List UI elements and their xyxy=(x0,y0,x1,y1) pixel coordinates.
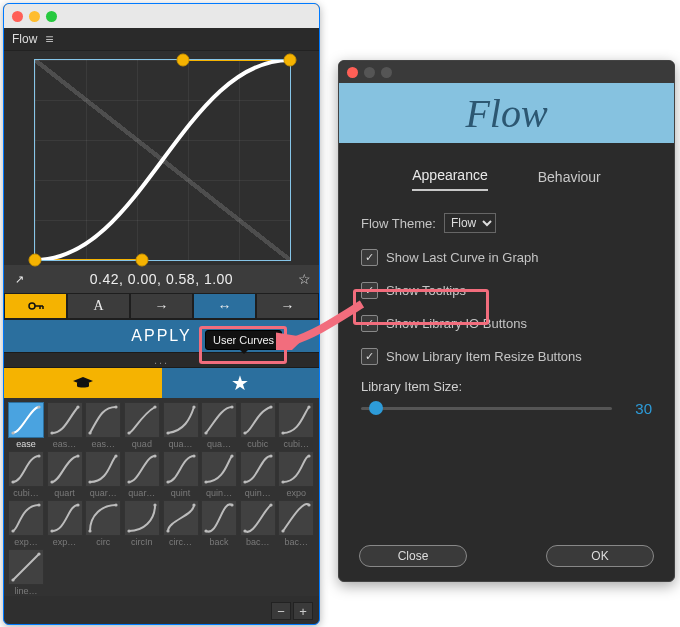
curve-thumb xyxy=(8,402,44,438)
checkbox-show-last-curve[interactable]: ✓ xyxy=(361,249,378,266)
curve-item-circ[interactable]: circ… xyxy=(163,500,199,547)
tab-behaviour[interactable]: Behaviour xyxy=(538,169,601,191)
svg-point-52 xyxy=(37,552,40,555)
tab-appearance[interactable]: Appearance xyxy=(412,167,488,191)
curve-item-qua[interactable]: qua… xyxy=(201,402,237,449)
dialog-buttons: Close OK xyxy=(339,545,674,567)
curve-item-quin[interactable]: quin… xyxy=(201,451,237,498)
curve-label: eas… xyxy=(86,439,120,449)
expand-handle[interactable]: ... xyxy=(4,352,319,368)
theme-label: Flow Theme: xyxy=(361,216,436,231)
row-show-io-buttons: ✓ Show Library IO Buttons xyxy=(339,307,674,340)
zoom-icon[interactable] xyxy=(46,11,57,22)
key-tool-button[interactable] xyxy=(4,293,67,319)
curve-item-cubi[interactable]: cubi… xyxy=(278,402,314,449)
panel-menu-icon[interactable]: ≡ xyxy=(45,31,53,47)
lib-size-increase-button[interactable]: + xyxy=(293,602,313,620)
bezier-handle-p2[interactable] xyxy=(177,54,190,67)
curve-item-qua[interactable]: qua… xyxy=(163,402,199,449)
row-show-resize-buttons: ✓ Show Library Item Resize Buttons xyxy=(339,340,674,373)
bezier-curve xyxy=(35,60,290,260)
theme-select[interactable]: Flow xyxy=(444,213,496,233)
curve-thumb xyxy=(47,500,83,536)
curve-item-ease[interactable]: ease xyxy=(8,402,44,449)
library-tab-presets[interactable] xyxy=(4,368,162,398)
curve-label: line… xyxy=(9,586,43,596)
svg-point-27 xyxy=(166,480,169,483)
curve-thumb xyxy=(240,451,276,487)
curve-thumb xyxy=(85,402,121,438)
curve-item-circ[interactable]: circ xyxy=(85,500,121,547)
curve-label: expo xyxy=(279,488,313,498)
curve-item-cubi[interactable]: cubi… xyxy=(8,451,44,498)
close-icon[interactable] xyxy=(12,11,23,22)
close-button[interactable]: Close xyxy=(359,545,467,567)
curve-label: exp… xyxy=(9,537,43,547)
lib-size-decrease-button[interactable]: − xyxy=(271,602,291,620)
row-theme: Flow Theme: Flow xyxy=(339,205,674,241)
svg-point-39 xyxy=(89,529,92,532)
text-tool-button[interactable]: A xyxy=(67,293,130,319)
close-icon[interactable] xyxy=(347,67,358,78)
svg-point-9 xyxy=(127,431,130,434)
bezier-values[interactable]: 0.42, 0.00, 0.58, 1.00 xyxy=(34,271,289,287)
minimize-icon[interactable] xyxy=(29,11,40,22)
curve-thumb xyxy=(278,402,314,438)
label-show-io-buttons: Show Library IO Buttons xyxy=(386,316,527,331)
curve-item-back[interactable]: back xyxy=(201,500,237,547)
curve-thumb xyxy=(240,402,276,438)
curve-item-expo[interactable]: expo xyxy=(278,451,314,498)
library-tab-user[interactable]: ★ xyxy=(162,368,320,398)
checkbox-show-resize-buttons[interactable]: ✓ xyxy=(361,348,378,365)
svg-point-41 xyxy=(127,529,130,532)
arrow-right-button-1[interactable]: → xyxy=(130,293,193,319)
curve-label: circ xyxy=(86,537,120,547)
curve-item-eas[interactable]: eas… xyxy=(85,402,121,449)
curve-label: back xyxy=(202,537,236,547)
curve-item-quad[interactable]: quad xyxy=(124,402,160,449)
curve-label: exp… xyxy=(48,537,82,547)
slider-thumb[interactable] xyxy=(369,401,383,415)
library-tabs: ★ xyxy=(4,368,319,398)
arrow-both-button[interactable]: ↔ xyxy=(193,293,256,319)
curve-item-quint[interactable]: quint xyxy=(163,451,199,498)
checkbox-show-tooltips[interactable]: ✓ xyxy=(361,282,378,299)
curve-item-exp[interactable]: exp… xyxy=(47,500,83,547)
curve-item-quar[interactable]: quar… xyxy=(85,451,121,498)
svg-point-45 xyxy=(205,529,208,532)
curve-item-exp[interactable]: exp… xyxy=(8,500,44,547)
curve-item-line[interactable]: line… xyxy=(8,549,44,596)
curve-item-quart[interactable]: quart xyxy=(47,451,83,498)
popout-icon[interactable]: ↗ xyxy=(4,273,34,286)
curve-item-quin[interactable]: quin… xyxy=(240,451,276,498)
curve-item-eas[interactable]: eas… xyxy=(47,402,83,449)
tooltip: User Curves xyxy=(205,330,282,350)
bezier-handle-start-anchor[interactable] xyxy=(29,254,42,267)
brand-banner: Flow xyxy=(339,83,674,143)
curve-label: eas… xyxy=(48,439,82,449)
svg-point-30 xyxy=(231,454,234,457)
label-show-resize-buttons: Show Library Item Resize Buttons xyxy=(386,349,582,364)
library-size-slider[interactable] xyxy=(361,407,612,410)
library-size-value: 30 xyxy=(626,400,652,417)
curve-item-circIn[interactable]: circIn xyxy=(124,500,160,547)
label-show-tooltips: Show Tooltips xyxy=(386,283,466,298)
svg-point-44 xyxy=(192,503,195,506)
ok-button[interactable]: OK xyxy=(546,545,654,567)
curve-item-bac[interactable]: bac… xyxy=(278,500,314,547)
arrow-right-button-2[interactable]: → xyxy=(256,293,319,319)
bezier-handle-p1[interactable] xyxy=(136,254,149,267)
favorite-icon[interactable]: ☆ xyxy=(289,271,319,287)
curve-item-cubic[interactable]: cubic xyxy=(240,402,276,449)
bezier-graph[interactable] xyxy=(34,59,291,261)
curve-label: quar… xyxy=(125,488,159,498)
curve-item-bac[interactable]: bac… xyxy=(240,500,276,547)
svg-point-29 xyxy=(205,480,208,483)
bezier-handle-end-anchor[interactable] xyxy=(284,54,297,67)
settings-titlebar xyxy=(339,61,674,83)
row-show-tooltips: ✓ Show Tooltips xyxy=(339,274,674,307)
svg-point-19 xyxy=(11,480,14,483)
curve-item-quar[interactable]: quar… xyxy=(124,451,160,498)
curve-label: qua… xyxy=(164,439,198,449)
checkbox-show-io-buttons[interactable]: ✓ xyxy=(361,315,378,332)
